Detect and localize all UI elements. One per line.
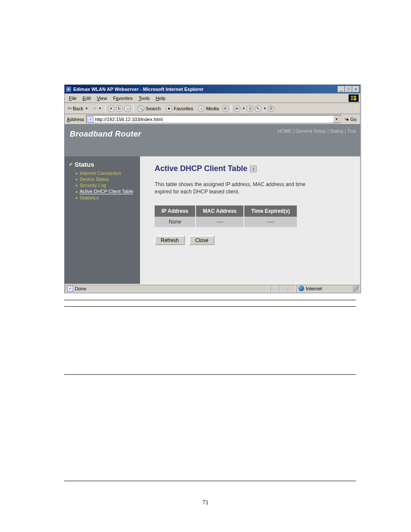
favorites-label: Favorites: [174, 106, 193, 111]
menu-tools[interactable]: Tools: [136, 95, 153, 101]
titlebar[interactable]: e Edimax WLAN AP Webserver - Microsoft I…: [65, 85, 360, 93]
sidebar-item-internet-connection[interactable]: Internet Connection: [76, 170, 137, 176]
history-icon[interactable]: ⟳: [222, 105, 229, 112]
svg-rect-2: [351, 98, 353, 100]
document-rules: [64, 300, 356, 481]
close-window-button[interactable]: ×: [352, 86, 359, 92]
favorites-button[interactable]: ★Favorites: [164, 105, 195, 112]
sidebar-item-statistics[interactable]: Statistics: [76, 195, 137, 201]
col-mac: MAC Address: [196, 205, 244, 217]
nav-status[interactable]: Status: [330, 128, 343, 134]
status-text: Done: [75, 286, 86, 291]
sidebar-item-active-dhcp[interactable]: Active DHCP Client Table: [76, 188, 137, 195]
favorites-icon: ★: [165, 105, 172, 112]
sidebar-item-label: Statistics: [80, 195, 99, 200]
menu-view[interactable]: View: [94, 95, 110, 101]
resize-grip[interactable]: [353, 285, 360, 292]
sidebar-item-security-log[interactable]: Security Log: [76, 182, 137, 188]
menu-edit[interactable]: Edit: [80, 95, 94, 101]
cell-ip: None: [155, 217, 196, 227]
mail-icon[interactable]: ✉: [234, 105, 240, 112]
refresh-icon[interactable]: ↻: [116, 105, 123, 112]
close-button[interactable]: Close: [189, 236, 215, 245]
zone-label: Internet: [306, 286, 322, 291]
home-icon[interactable]: ⌂: [124, 105, 131, 112]
go-button[interactable]: ➜Go: [342, 116, 359, 122]
media-label: Media: [206, 106, 219, 111]
brand-header: Broadband Router HOME | General Setup | …: [65, 124, 360, 156]
go-icon: ➜: [344, 115, 350, 123]
svg-rect-1: [354, 96, 356, 98]
status-cell: [287, 285, 296, 292]
discuss-icon[interactable]: ☰: [268, 105, 274, 112]
menu-favorites[interactable]: Favorites: [110, 95, 135, 101]
nav-general[interactable]: General Setup: [296, 128, 326, 134]
search-icon: 🔍: [137, 105, 144, 112]
menu-bar: File Edit View Favorites Tools Help: [65, 93, 360, 103]
back-label: Back: [73, 106, 83, 111]
toolbar: ⇦ Back ▼ ⇨ ▼ ✕ ↻ ⌂ 🔍Search ★Favorites ♪M…: [65, 103, 360, 114]
sidebar-item-label: Device Status: [80, 177, 109, 182]
status-bar: e Done Internet: [65, 284, 360, 292]
search-button[interactable]: 🔍Search: [136, 105, 162, 112]
status-cell: [270, 285, 279, 292]
refresh-button[interactable]: Refresh: [155, 236, 185, 245]
sidebar-item-label: Security Log: [80, 183, 106, 188]
cell-mac: ----: [196, 217, 244, 227]
col-ip: IP Address: [155, 205, 196, 217]
window-title: Edimax WLAN AP Webserver - Microsoft Int…: [73, 87, 338, 92]
print-icon[interactable]: ⎙: [246, 105, 253, 112]
windows-logo-icon: [349, 94, 359, 102]
chevron-down-icon[interactable]: ▼: [242, 107, 245, 110]
address-bar: Address e http://192.158.12.103/index.ht…: [65, 114, 360, 124]
cell-expired: ----: [244, 217, 297, 227]
internet-zone-icon: [299, 286, 304, 291]
chevron-down-icon[interactable]: ▼: [263, 107, 266, 110]
media-icon: ♪: [198, 105, 205, 112]
page-title-text: Active DHCP Client Table: [155, 164, 247, 173]
brand-nav: HOME | General Setup | Status | Tool: [277, 128, 356, 134]
address-dropdown-button[interactable]: ▼: [333, 115, 340, 123]
address-input-wrapper[interactable]: e http://192.158.12.103/index.html ▼: [86, 115, 341, 123]
address-label: Address: [66, 117, 85, 122]
search-label: Search: [146, 106, 161, 111]
back-button[interactable]: ⇦ Back ▼: [66, 105, 90, 112]
edit-icon[interactable]: ✎: [255, 105, 262, 112]
page-number: 71: [0, 499, 411, 506]
go-label: Go: [350, 117, 357, 122]
ie-app-icon: e: [65, 86, 72, 92]
nav-home[interactable]: HOME: [277, 128, 292, 134]
dhcp-client-table: IP Address MAC Address Time Expired(s) N…: [155, 205, 298, 227]
col-expired: Time Expired(s): [244, 205, 297, 217]
media-button[interactable]: ♪Media: [196, 105, 221, 112]
table-row: None ---- ----: [155, 217, 297, 227]
status-cell: [279, 285, 287, 292]
sidebar-item-label: Internet Connection: [80, 171, 121, 176]
svg-rect-3: [354, 98, 356, 100]
minimize-button[interactable]: _: [338, 86, 345, 92]
sidebar-item-label: Active DHCP Client Table: [80, 189, 133, 194]
address-url[interactable]: http://192.158.12.103/index.html: [95, 117, 332, 122]
page-description: This table shows the assigned IP address…: [155, 181, 318, 196]
menu-help[interactable]: Help: [153, 95, 168, 101]
sidebar-item-device-status[interactable]: Device Status: [76, 176, 137, 182]
security-zone[interactable]: Internet: [296, 285, 352, 292]
page-title: Active DHCP Client Table i: [155, 164, 346, 173]
sidebar-heading: Status: [67, 161, 137, 168]
nav-tool[interactable]: Tool: [347, 128, 356, 134]
separator: [133, 105, 134, 112]
brand-title: Broadband Router: [70, 130, 141, 139]
page-content: Broadband Router HOME | General Setup | …: [65, 124, 360, 284]
separator: [231, 105, 231, 112]
maximize-button[interactable]: □: [345, 86, 352, 92]
sidebar-list: Internet Connection Device Status Securi…: [67, 170, 137, 201]
page-icon: e: [87, 116, 93, 122]
forward-button[interactable]: ⇨ ▼: [91, 105, 103, 112]
main-panel: Active DHCP Client Table i This table sh…: [140, 156, 360, 284]
page-icon: e: [67, 286, 73, 292]
chevron-down-icon[interactable]: ▼: [85, 107, 88, 110]
menu-file[interactable]: File: [66, 95, 80, 101]
browser-window: e Edimax WLAN AP Webserver - Microsoft I…: [64, 84, 361, 293]
stop-icon[interactable]: ✕: [108, 105, 115, 112]
help-icon[interactable]: i: [250, 165, 257, 172]
